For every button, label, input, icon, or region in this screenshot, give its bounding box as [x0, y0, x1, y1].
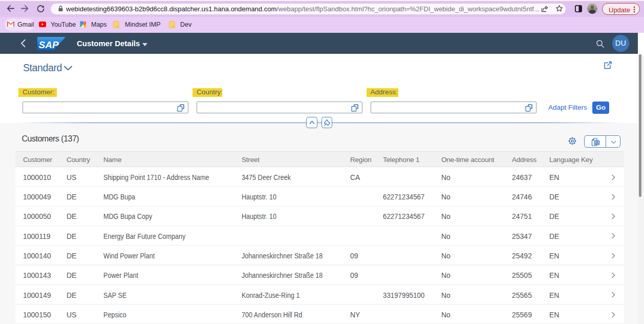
- svg-text:SAP: SAP: [39, 39, 59, 50]
